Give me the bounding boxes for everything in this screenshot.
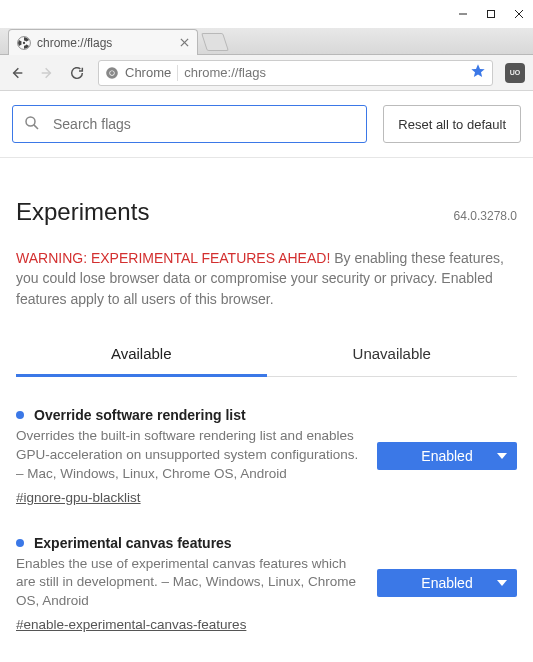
flags-tabs: Available Unavailable bbox=[16, 333, 517, 377]
tab-close-button[interactable] bbox=[180, 36, 189, 50]
status-dot-icon bbox=[16, 411, 24, 419]
omnibox[interactable]: Chrome chrome://flags bbox=[98, 60, 493, 86]
tab-unavailable[interactable]: Unavailable bbox=[267, 333, 518, 376]
experiment-title: Override software rendering list bbox=[34, 407, 246, 423]
bookmark-star-icon[interactable] bbox=[470, 63, 486, 82]
tab-available[interactable]: Available bbox=[16, 333, 267, 377]
experiment-description: Overrides the built-in software renderin… bbox=[16, 427, 361, 484]
svg-marker-18 bbox=[497, 453, 507, 459]
search-input[interactable] bbox=[51, 115, 356, 133]
reset-all-button[interactable]: Reset all to default bbox=[383, 105, 521, 143]
experiment-description: Enables the use of experimental canvas f… bbox=[16, 555, 361, 612]
experiment-row: Experimental canvas features Enables the… bbox=[16, 535, 517, 633]
radioactive-icon bbox=[17, 36, 31, 50]
status-dot-icon bbox=[16, 539, 24, 547]
search-icon bbox=[23, 114, 41, 135]
svg-point-14 bbox=[110, 71, 114, 75]
browser-toolbar: Chrome chrome://flags UO bbox=[0, 55, 533, 91]
window-titlebar bbox=[0, 0, 533, 28]
omnibox-url: chrome://flags bbox=[184, 65, 464, 80]
experiment-row: Override software rendering list Overrid… bbox=[16, 407, 517, 505]
extension-badge-label: UO bbox=[510, 69, 521, 76]
header-row: Experiments 64.0.3278.0 bbox=[16, 158, 517, 226]
svg-rect-1 bbox=[488, 11, 495, 18]
svg-point-16 bbox=[26, 117, 35, 126]
window-maximize-button[interactable] bbox=[477, 0, 505, 28]
browser-tab[interactable]: chrome://flags bbox=[8, 29, 198, 55]
extension-ublock-icon[interactable]: UO bbox=[505, 63, 525, 83]
experiment-select-value: Enabled bbox=[421, 448, 472, 464]
window-minimize-button[interactable] bbox=[449, 0, 477, 28]
experiment-select[interactable]: Enabled bbox=[377, 569, 517, 597]
svg-marker-15 bbox=[471, 64, 484, 77]
omnibox-separator bbox=[177, 65, 178, 81]
nav-forward-button[interactable] bbox=[38, 65, 56, 81]
experiment-select[interactable]: Enabled bbox=[377, 442, 517, 470]
security-label: Chrome bbox=[125, 65, 171, 80]
flags-content: Experiments 64.0.3278.0 WARNING: EXPERIM… bbox=[0, 158, 533, 632]
page-title: Experiments bbox=[16, 198, 149, 226]
svg-point-7 bbox=[23, 41, 25, 43]
experiment-hash-link[interactable]: #enable-experimental-canvas-features bbox=[16, 617, 246, 632]
svg-line-17 bbox=[34, 124, 38, 128]
chrome-icon bbox=[105, 66, 119, 80]
svg-marker-19 bbox=[497, 580, 507, 586]
experiment-select-value: Enabled bbox=[421, 575, 472, 591]
experiment-hash-link[interactable]: #ignore-gpu-blacklist bbox=[16, 490, 141, 505]
nav-reload-button[interactable] bbox=[68, 65, 86, 81]
chrome-version: 64.0.3278.0 bbox=[454, 209, 517, 223]
search-wrapper[interactable] bbox=[12, 105, 367, 143]
chevron-down-icon bbox=[497, 575, 507, 591]
chevron-down-icon bbox=[497, 448, 507, 464]
warning-block: WARNING: EXPERIMENTAL FEATURES AHEAD! By… bbox=[16, 248, 517, 309]
tab-strip: chrome://flags bbox=[0, 28, 533, 55]
window-close-button[interactable] bbox=[505, 0, 533, 28]
tab-title: chrome://flags bbox=[37, 36, 174, 50]
new-tab-button[interactable] bbox=[201, 33, 229, 51]
nav-back-button[interactable] bbox=[8, 65, 26, 81]
flags-top-bar: Reset all to default bbox=[0, 91, 533, 158]
experiment-title: Experimental canvas features bbox=[34, 535, 232, 551]
warning-label: WARNING: EXPERIMENTAL FEATURES AHEAD! bbox=[16, 250, 330, 266]
